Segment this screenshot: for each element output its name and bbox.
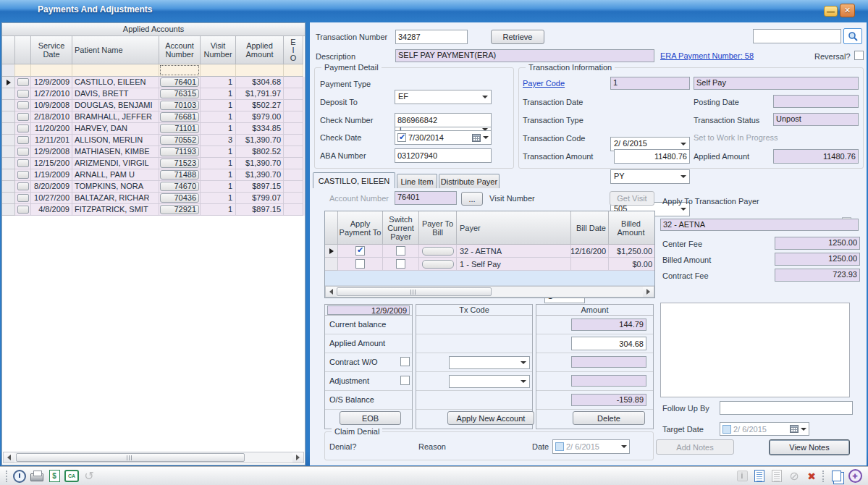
payer-to-bill-header[interactable]: Payer To Bill xyxy=(419,211,457,245)
row-selector[interactable] xyxy=(2,193,15,204)
check-date-picker[interactable]: 7/30/2014 xyxy=(395,130,492,145)
scroll-right-arrow[interactable] xyxy=(643,287,654,297)
check-date-checkbox[interactable] xyxy=(397,133,406,142)
table-row[interactable]: 12/9/2009CASTILLO, EILEEN764011$304.68 xyxy=(2,77,305,88)
account-number-button[interactable]: 70103 xyxy=(160,101,199,110)
retrieve-button[interactable]: Retrieve xyxy=(491,30,544,44)
row-button[interactable] xyxy=(17,148,29,156)
table-row[interactable]: 32 - AETNA12/16/200$1,250.00 xyxy=(325,245,654,258)
filter-button-cell[interactable] xyxy=(15,64,31,77)
row-selector[interactable] xyxy=(2,88,15,100)
copy-icon[interactable] xyxy=(829,469,843,484)
payment-type-dropdown[interactable]: EF xyxy=(395,90,492,104)
row-button[interactable] xyxy=(17,206,29,214)
target-date-checkbox[interactable] xyxy=(722,425,731,434)
row-button[interactable] xyxy=(17,113,29,121)
notes-box[interactable] xyxy=(660,303,850,397)
account-number-button[interactable]: 76315 xyxy=(160,89,199,98)
transaction-amount-input[interactable] xyxy=(614,149,690,164)
clipped-header[interactable]: E I O xyxy=(284,36,303,64)
row-button[interactable] xyxy=(17,171,29,179)
row-button[interactable] xyxy=(17,159,29,167)
applied-amount-input[interactable] xyxy=(571,337,646,350)
row-selector[interactable] xyxy=(2,135,15,146)
denial-date-checkbox[interactable] xyxy=(555,442,564,451)
table-row[interactable]: 1/19/2009ARNALL, PAM U714881$1,390.70 xyxy=(2,169,305,181)
tab-distribute-payer[interactable]: Distribute Payer xyxy=(439,174,500,188)
payer-header[interactable]: Payer xyxy=(457,211,571,245)
calendar-icon[interactable] xyxy=(790,425,799,433)
row-selector[interactable] xyxy=(325,258,338,271)
check-number-input[interactable] xyxy=(395,113,492,127)
apply-payment-header[interactable]: Apply Payment To xyxy=(338,211,383,245)
contract-wo-amount-field[interactable] xyxy=(571,356,646,368)
row-selector[interactable] xyxy=(2,204,15,216)
table-row[interactable]: 10/27/200BALTAZAR, RICHAR704361$799.07 xyxy=(2,193,305,204)
account-number-button[interactable]: 72921 xyxy=(160,205,199,214)
table-row[interactable]: 12/15/200ARIZMENDI, VIRGIL715231$1,390.7… xyxy=(2,158,305,169)
scroll-thumb[interactable] xyxy=(16,453,245,462)
filter-account-number[interactable] xyxy=(159,64,201,77)
filter-visit-number[interactable] xyxy=(201,64,236,77)
table-row[interactable]: 12/9/2008MATHIASEN, KIMBE711931$802.52 xyxy=(2,146,305,158)
payment-icon[interactable] xyxy=(47,469,62,484)
payer-to-bill-button[interactable] xyxy=(422,247,454,256)
printer-icon[interactable] xyxy=(30,469,44,484)
switch-payer-header[interactable]: Switch Current Payer xyxy=(383,211,419,245)
era-payment-link[interactable]: ERA Payment Number: 58 xyxy=(660,51,754,60)
row-selector[interactable] xyxy=(2,77,15,88)
account-number-button[interactable]: 70552 xyxy=(160,135,199,145)
transaction-type-dropdown[interactable]: PY xyxy=(610,169,690,184)
filter-applied-amount[interactable] xyxy=(236,64,284,77)
table-row[interactable]: 1 - Self Pay$0.00 xyxy=(325,258,654,271)
payer-grid-hscrollbar[interactable] xyxy=(325,286,654,298)
search-input[interactable] xyxy=(753,29,841,43)
minimize-button[interactable]: — xyxy=(824,6,838,17)
account-number-button[interactable]: 76401 xyxy=(160,77,199,87)
table-row[interactable]: 2/18/2010BRAMHALL, JEFFER766811$979.00 xyxy=(2,111,305,123)
view-notes-button[interactable]: View Notes xyxy=(769,439,850,455)
row-button[interactable] xyxy=(17,78,29,86)
row-selector[interactable] xyxy=(2,123,15,135)
scroll-left-arrow[interactable] xyxy=(326,287,337,297)
account-number-button[interactable]: 70436 xyxy=(160,193,199,203)
switch-payer-checkbox[interactable] xyxy=(396,246,405,256)
row-selector[interactable] xyxy=(2,169,15,181)
table-row[interactable]: 4/8/2009FITZPATRICK, SMIT729211$897.15 xyxy=(2,204,305,216)
search-button[interactable] xyxy=(843,28,862,44)
contract-wo-checkbox[interactable] xyxy=(400,357,410,366)
scroll-left-arrow[interactable] xyxy=(4,452,14,463)
delete-button[interactable]: Delete xyxy=(573,411,645,425)
tab-line-item[interactable]: Line Item xyxy=(397,174,437,188)
delete-icon[interactable] xyxy=(804,469,819,484)
table-row[interactable]: 1/27/2010DAVIS, BRETT763151$1,791.97 xyxy=(2,88,305,100)
account-browse-button[interactable]: ... xyxy=(461,192,483,206)
ca-icon[interactable] xyxy=(64,469,79,484)
adjustment-amount-field[interactable] xyxy=(571,375,646,387)
table-row[interactable]: 8/20/2009TOMPKINS, NORA746701$897.15 xyxy=(2,181,305,193)
table-row[interactable]: 10/9/2008DOUGLAS, BENJAMI701031$502.27 xyxy=(2,100,305,111)
payer-to-bill-button[interactable] xyxy=(422,260,454,269)
account-number-button[interactable]: 76681 xyxy=(160,112,199,122)
contract-wo-code-dropdown[interactable] xyxy=(449,356,530,369)
row-selector[interactable] xyxy=(2,111,15,123)
payer-code-link[interactable]: Payer Code xyxy=(523,79,565,88)
service-date-header[interactable]: Service Date xyxy=(31,36,72,64)
bill-date-header[interactable]: Bill Date xyxy=(571,211,609,245)
row-selector[interactable] xyxy=(2,158,15,169)
row-selector[interactable] xyxy=(325,245,338,258)
row-button[interactable] xyxy=(17,90,29,98)
adjustment-checkbox[interactable] xyxy=(400,376,410,385)
follow-up-by-input[interactable] xyxy=(720,401,853,415)
billed-amount-header[interactable]: Billed Amount xyxy=(609,211,654,245)
medical-icon[interactable] xyxy=(848,469,862,484)
scroll-thumb[interactable] xyxy=(337,287,492,296)
scroll-track[interactable] xyxy=(337,287,643,297)
account-number-field[interactable]: 76401 xyxy=(395,191,457,205)
row-button[interactable] xyxy=(17,125,29,132)
filter-patient-name[interactable] xyxy=(72,64,159,77)
target-date-picker[interactable]: 2/ 6/2015 xyxy=(720,422,809,436)
account-number-header[interactable]: Account Number xyxy=(159,36,201,64)
switch-payer-checkbox[interactable] xyxy=(396,259,405,269)
account-number-button[interactable]: 71488 xyxy=(160,170,199,180)
